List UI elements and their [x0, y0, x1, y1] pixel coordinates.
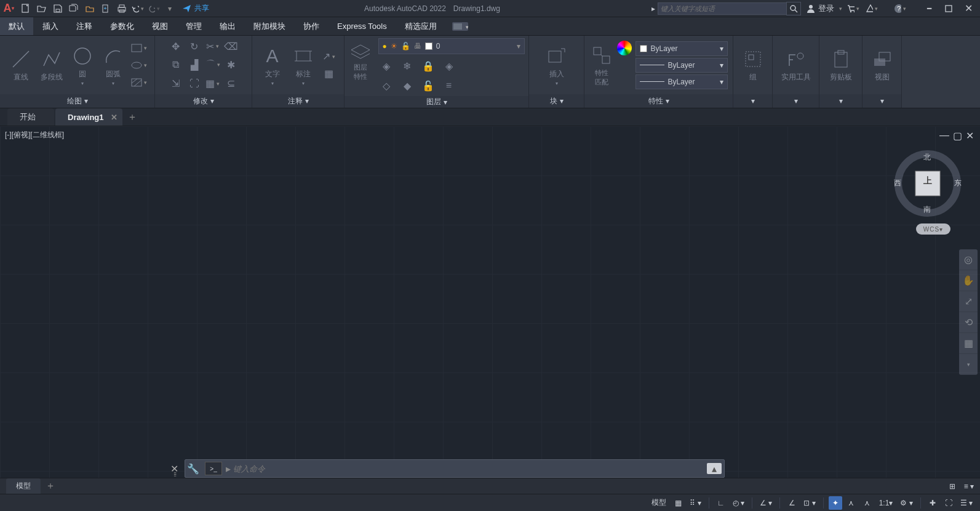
panel-view-expand[interactable]: ▾ — [862, 94, 901, 108]
cube-west[interactable]: 西 — [894, 178, 901, 188]
cmd-close-icon[interactable]: ✕ — [168, 463, 180, 475]
close-icon[interactable]: ✕ — [962, 2, 975, 15]
layer-freeze-icon[interactable]: ❄ — [399, 58, 415, 74]
match-props-button[interactable]: 特性 匹配 — [590, 44, 613, 87]
cmd-settings-icon[interactable]: 🔧 — [185, 463, 201, 475]
polyline-button[interactable]: 多段线 — [39, 47, 65, 82]
app-logo-icon[interactable]: A▾ — [0, 2, 17, 15]
search-input[interactable] — [661, 5, 784, 12]
layout-quickview-icon[interactable]: ⊞ — [946, 480, 959, 493]
orbit-icon[interactable]: ⟲ — [959, 312, 978, 333]
trim-icon[interactable]: ✂ — [205, 38, 221, 54]
layer-match-icon[interactable]: ◈ — [441, 58, 457, 74]
status-ortho-icon[interactable]: ∟ — [714, 496, 728, 510]
help-icon[interactable]: ? — [894, 2, 906, 15]
panel-layers-title[interactable]: 图层 ▾ — [345, 96, 528, 108]
line-button[interactable]: 直线 — [8, 47, 34, 82]
status-ui-icon[interactable]: ⛶ — [942, 496, 955, 510]
status-gear-icon[interactable]: ⚙ ▾ — [898, 496, 915, 510]
rectangle-icon[interactable] — [131, 40, 147, 56]
panel-group-expand[interactable]: ▾ — [733, 94, 772, 108]
drawing-canvas[interactable]: [-][俯视][二维线框] — ▢ ✕ 上 北 南 西 东 WCS ▾ ◎ ✋ … — [0, 126, 980, 478]
tab-default[interactable]: 默认 — [0, 17, 34, 35]
explode-icon[interactable]: ✱ — [223, 57, 239, 73]
leader-icon[interactable]: ↗ — [321, 49, 337, 65]
table-icon[interactable]: ▦ — [321, 66, 337, 82]
panel-block-title[interactable]: 块 ▾ — [529, 94, 584, 108]
layer-unlock-icon[interactable]: 🔓 — [420, 78, 436, 94]
mirror-icon[interactable]: ▟ — [186, 57, 202, 73]
cube-top[interactable]: 上 — [923, 175, 932, 187]
circle-button[interactable]: 圆▾ — [70, 44, 95, 86]
view-cube[interactable]: 上 北 南 西 东 — [894, 150, 962, 217]
copy-icon[interactable]: ⧉ — [168, 57, 184, 73]
layer-off-icon[interactable]: ◇ — [378, 78, 394, 94]
status-grid-icon[interactable]: ▦ — [671, 496, 685, 510]
pan-icon[interactable]: ✋ — [959, 270, 978, 291]
minimize-icon[interactable]: ━ — [922, 2, 936, 15]
navbar-more-icon[interactable]: ▾ — [959, 354, 978, 375]
layer-on-icon[interactable]: ◆ — [399, 78, 415, 94]
login-button[interactable]: 登录 ▾ — [801, 3, 847, 14]
dimension-button[interactable]: 标注▾ — [290, 44, 316, 86]
open-icon[interactable] — [36, 2, 48, 15]
tab-express[interactable]: Express Tools — [329, 17, 396, 35]
rotate-icon[interactable]: ↻ — [186, 38, 202, 54]
search-icon[interactable] — [786, 2, 801, 15]
lineweight-selector[interactable]: ByLayer▾ — [635, 58, 728, 73]
layout-model-tab[interactable]: 模型 — [6, 478, 41, 494]
status-osnap-icon[interactable]: ∠ — [785, 496, 799, 510]
cmd-history-icon[interactable]: ▴ — [707, 463, 722, 474]
layout-add-icon[interactable]: ＋ — [43, 480, 58, 493]
offset-icon[interactable]: ⊆ — [223, 76, 239, 92]
color-selector[interactable]: ByLayer▾ — [635, 41, 728, 56]
move-icon[interactable]: ✥ — [168, 38, 184, 54]
panel-props-title[interactable]: 特性 ▾ — [584, 94, 733, 108]
status-tpy-icon[interactable]: ⋏ — [861, 496, 874, 510]
tab-parametric[interactable]: 参数化 — [102, 17, 143, 35]
block-insert-button[interactable]: 插入▾ — [544, 44, 570, 86]
full-nav-icon[interactable]: ◎ — [959, 249, 978, 270]
cube-south[interactable]: 南 — [923, 204, 931, 215]
command-input[interactable] — [233, 464, 707, 473]
cloud-save-icon[interactable] — [100, 2, 112, 15]
tab-collaborate[interactable]: 协作 — [295, 17, 329, 35]
tab-output[interactable]: 输出 — [211, 17, 245, 35]
group-button[interactable]: 组 — [740, 47, 766, 82]
tab-insert[interactable]: 插入 — [34, 17, 68, 35]
fillet-icon[interactable]: ⌒ — [205, 57, 221, 73]
zoom-ext-icon[interactable]: ⤢ — [959, 291, 978, 312]
cloud-open-icon[interactable] — [84, 2, 96, 15]
search-box[interactable] — [658, 2, 787, 15]
status-polar-icon[interactable]: ◴ ▾ — [730, 496, 747, 510]
tab-annotate[interactable]: 注释 — [68, 17, 102, 35]
undo-icon[interactable] — [132, 2, 144, 15]
clipboard-button[interactable]: 剪贴板 — [824, 47, 857, 82]
color-wheel-icon[interactable] — [617, 41, 632, 55]
autodesk-app-icon[interactable] — [866, 2, 878, 15]
wcs-badge[interactable]: WCS ▾ — [916, 223, 950, 235]
panel-draw-title[interactable]: 绘图 ▾ — [0, 94, 154, 108]
new-icon[interactable] — [20, 2, 32, 15]
panel-util-expand[interactable]: ▾ — [773, 94, 819, 108]
status-model[interactable]: 模型 — [649, 496, 669, 510]
layout-list-icon[interactable]: ≡ ▾ — [962, 480, 976, 493]
erase-icon[interactable]: ⌫ — [223, 38, 239, 54]
qat-more-icon[interactable]: ▾ — [164, 2, 176, 15]
tab-featured[interactable]: 精选应用 — [396, 17, 446, 35]
tab-manage[interactable]: 管理 — [177, 17, 211, 35]
status-qp-icon[interactable]: ✚ — [926, 496, 939, 510]
share-button[interactable]: 共享 — [178, 3, 213, 14]
tab-view[interactable]: 视图 — [143, 17, 177, 35]
vp-close-icon[interactable]: ✕ — [966, 130, 974, 142]
layer-props-button[interactable]: 图层 特性 — [349, 38, 372, 81]
vp-minimize-icon[interactable]: — — [939, 130, 949, 142]
cart-icon[interactable] — [847, 2, 859, 15]
panel-clip-expand[interactable]: ▾ — [819, 94, 862, 108]
status-lwt-icon[interactable]: ⋏ — [845, 496, 858, 510]
layer-state-icon[interactable]: ≡ — [441, 78, 457, 94]
search-arrow-icon[interactable]: ▸ — [651, 4, 655, 13]
layer-lock-icon[interactable]: 🔒 — [420, 58, 436, 74]
showmotion-icon[interactable]: ▦ — [959, 333, 978, 354]
viewbase-button[interactable]: 视图 — [869, 47, 895, 82]
